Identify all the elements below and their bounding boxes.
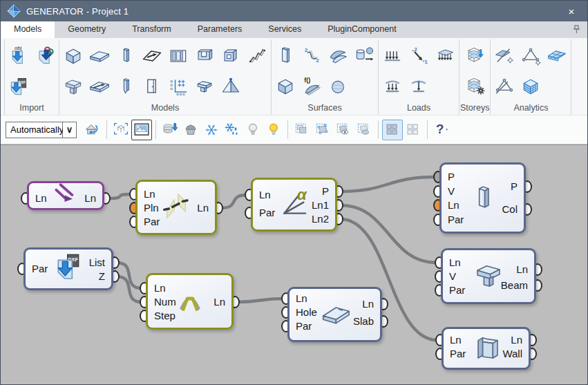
close-button[interactable]: × [556,6,587,17]
toolbar-refresh-home-button[interactable] [82,120,103,140]
node-line-plane[interactable]: LnPlnParLn [135,180,217,235]
tab-plugincomponent[interactable]: PluginComponent [314,21,409,38]
node-column[interactable]: PVLnParPCol [439,162,526,234]
ribbon-loft-2-button[interactable]: 22 [298,41,325,71]
ribbon-import-obj-button[interactable]: obj [6,41,32,71]
node-dxf-list[interactable]: ParListZDXF [23,247,113,290]
toolbar-separator [106,120,107,139]
sphere-icon [327,75,349,97]
ribbon-import-dxf-button[interactable]: DXF [6,72,32,101]
toolbar-muffin-button[interactable] [180,120,201,140]
ribbon-door-button[interactable] [139,72,165,101]
ribbon-mesh-tri-star-button[interactable] [518,41,544,71]
ribbon-box-frame-button[interactable] [218,41,244,71]
ribbon-load-point-curve-button[interactable] [406,72,432,101]
slab-arrow-icon [88,75,111,97]
toolbar-layout-grid-filled-button[interactable] [382,120,403,140]
mode-dropdown[interactable]: Automatically∨ [6,122,77,138]
node-beam[interactable]: LnVParLnBeam [441,248,536,304]
port-label-ln: Ln [197,202,209,214]
ribbon-load-line-curve-button[interactable] [379,72,406,101]
ribbon-slab-arrow-hole-button[interactable] [139,41,165,71]
grid-cube-icon [520,75,542,97]
toolbar-bulb-on-button[interactable] [263,120,284,140]
ribbon-surface-fn-button[interactable]: f() [298,72,325,101]
ribbon-panel-grid-button[interactable] [165,41,191,71]
dropdown-caret-icon[interactable]: ∨ [63,122,77,138]
ribbon-pyramid-button[interactable] [218,72,244,101]
port-label-ln: Ln [259,189,271,200]
toolbar-select-nodes-button[interactable] [312,120,333,140]
points-grid-icon [167,75,189,97]
ribbon-storey-gear-button[interactable] [462,72,488,101]
svg-text:α: α [296,187,307,203]
ribbon-mesh-slab-star-button[interactable] [491,41,518,71]
ribbon-load-line-button[interactable] [379,41,406,71]
toolbar-separator [427,120,428,139]
ribbon-load-surface-button[interactable] [432,41,458,71]
toolbar-layout-grid-outline-button[interactable] [403,120,424,140]
tab-parameters[interactable]: Parameters [184,21,256,38]
ribbon-plate-vertical-button[interactable] [272,41,298,71]
ribbon-spring-button[interactable] [244,41,270,71]
ribbon-slab-arrow-button[interactable] [86,72,113,101]
ribbon-wall-thin-button[interactable] [113,41,139,71]
node-slab[interactable]: LnHoleParLnSlab [287,287,382,342]
ribbon-cube-button[interactable] [272,72,298,101]
import-color-icon [34,45,56,67]
ribbon-cylinder-sphere-button[interactable] [351,41,377,71]
toolbar-select-show-button[interactable] [333,120,354,140]
cylinder-sphere-icon [353,45,375,67]
ribbon-table-t-button[interactable] [191,72,218,101]
node-mirror-flash [160,189,193,225]
panel-grid-icon [167,45,189,67]
toolbar-select-hide-button[interactable] [354,120,374,140]
tab-models[interactable]: Models [1,21,55,38]
ribbon-group-label: Models [151,103,179,115]
toolbar-snowflake-button[interactable] [201,120,222,140]
ribbon-load-point-12-button[interactable]: 21 [406,41,432,71]
toolbar-layer-stack-button[interactable] [160,120,180,140]
toolbar-select-rect-button[interactable] [292,120,312,140]
ribbon-mesh-slab-button[interactable] [544,41,570,71]
toolbar-zoom-extents-button[interactable] [111,120,131,140]
node-arch[interactable]: LnNumStepLn [146,273,234,330]
ribbon-grid-cube-button[interactable] [518,72,544,101]
toolbar-help-button[interactable]: ? [431,120,452,140]
ribbon-shell-curves-button[interactable] [325,41,351,71]
port-label-par: Par [32,263,48,274]
toolbar-snowflake-drops-button[interactable] [222,120,243,140]
port-label-p: P [322,185,329,197]
ribbon-sphere-button[interactable] [325,72,351,101]
refresh-home-icon [84,121,102,139]
port-label-ln: Ln [84,192,96,204]
tab-geometry[interactable]: Geometry [55,21,119,38]
pin-ribbon-icon[interactable] [571,24,582,35]
node-wall[interactable]: LnParLnWall [442,327,531,370]
ribbon-beam-t-button[interactable] [60,72,86,101]
ribbon-group-surfaces: 22f()Surfaces [271,39,378,115]
node-canvas[interactable]: LnLnLnPlnParLnLnParPLn1Ln2αPVLnParPColPa… [1,144,587,384]
tab-services[interactable]: Services [255,21,314,38]
tab-transform[interactable]: Transform [119,21,184,38]
ribbon-mesh-tri-slash-button[interactable] [491,72,518,101]
toolbar-render-image-button[interactable] [131,120,152,140]
node-offset-lines [53,181,79,210]
port-label-ln: Ln [450,334,462,346]
ribbon-slab-flat-button[interactable] [86,41,113,71]
help-icon: ? [433,121,451,139]
ribbon-column-thin-button[interactable] [113,72,139,101]
node-angle[interactable]: LnParPLn1Ln2α [251,178,337,232]
toolbar-bulb-off-button[interactable] [243,120,263,140]
ribbon-channel-u-button[interactable] [191,41,218,71]
ribbon-import-color-button[interactable] [32,41,58,71]
node-move-line[interactable]: LnLn [27,181,104,210]
port-label-ln: Ln [362,298,374,310]
mode-dropdown-value[interactable]: Automatically [6,122,63,138]
ribbon-box-corner-button[interactable] [60,41,86,71]
ribbon-row: DXF [6,71,58,102]
ribbon-points-grid-button[interactable] [165,72,191,101]
ribbon-storey-arrow-button[interactable] [462,41,488,71]
ribbon: objDXFImportModels22f()Surfaces21LoadsSt… [1,38,587,115]
ribbon-group-storeys: Storeys [459,39,490,115]
